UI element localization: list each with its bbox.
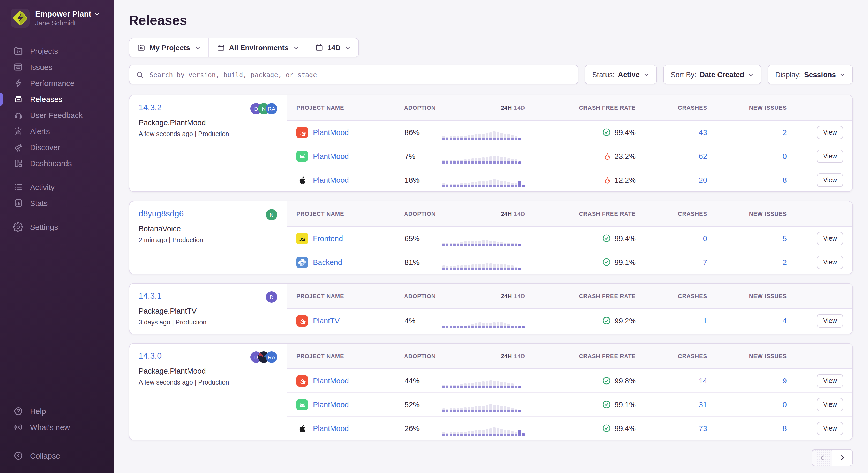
new-issues-link[interactable]: 8 (783, 176, 787, 184)
release-version-link[interactable]: 14.3.0 (138, 351, 162, 361)
check-circle-icon (602, 424, 611, 433)
column-new-issues: NEW ISSUES (707, 293, 787, 299)
broadcast-icon (13, 422, 23, 433)
crashes-link[interactable]: 73 (699, 424, 707, 433)
release-version-link[interactable]: d8yug8sdg6 (138, 209, 184, 218)
chevron-down-icon (840, 72, 845, 77)
new-issues-link[interactable]: 4 (783, 317, 787, 325)
siren-icon (13, 126, 23, 136)
view-button[interactable]: View (817, 421, 843, 435)
search-input[interactable] (149, 70, 571, 79)
sidebar-item-what-s-new[interactable]: What's new (0, 419, 114, 435)
sidebar-item-stats[interactable]: Stats (0, 195, 114, 211)
project-link[interactable]: Backend (313, 258, 342, 266)
project-link[interactable]: PlantMood (313, 424, 349, 433)
column-adoption: ADOPTION (404, 105, 442, 111)
project-filter[interactable]: My Projects (129, 38, 208, 57)
adoption-sparkline (442, 231, 525, 245)
sidebar-item-alerts[interactable]: Alerts (0, 123, 114, 139)
sidebar-item-projects[interactable]: Projects (0, 43, 114, 59)
flame-icon (602, 152, 611, 160)
sort-by-dropdown[interactable]: Sort By: Date Created (663, 65, 761, 84)
search-box[interactable] (129, 65, 578, 84)
project-filter-label: My Projects (150, 43, 190, 52)
sidebar-item-releases[interactable]: Releases (0, 91, 114, 107)
release-table: PROJECT NAMEADOPTION24H14DCRASH FREE RAT… (287, 344, 852, 440)
project-link[interactable]: PlantMood (313, 152, 349, 160)
status-dropdown[interactable]: Status: Active (585, 65, 657, 84)
releases-icon (13, 94, 23, 104)
avatar: N (266, 209, 277, 220)
column-24h-14d: 24H14D (442, 293, 525, 299)
sidebar-item-performance[interactable]: Performance (0, 75, 114, 91)
adoption-sparkline (442, 173, 525, 187)
search-row: Status: Active Sort By: Date Created Dis… (129, 65, 853, 84)
view-button[interactable]: View (817, 314, 843, 327)
release-info-panel: 14.3.0DRAPackage.PlantMoodA few seconds … (129, 344, 287, 440)
sidebar-item-user-feedback[interactable]: User Feedback (0, 107, 114, 123)
project-link[interactable]: PlantMood (313, 176, 349, 184)
sidebar-item-help[interactable]: Help (0, 403, 114, 419)
view-button[interactable]: View (817, 173, 843, 186)
sidebar-item-label: Performance (30, 79, 74, 87)
swift-icon (297, 375, 308, 386)
help-icon (13, 406, 23, 416)
environment-filter[interactable]: All Environments (208, 38, 307, 57)
column-project-name: PROJECT NAME (287, 211, 404, 217)
new-issues-link[interactable]: 2 (783, 258, 787, 266)
android-icon (297, 399, 308, 410)
view-button[interactable]: View (817, 374, 843, 387)
crashes-link[interactable]: 1 (703, 317, 707, 325)
display-dropdown[interactable]: Display: Sessions (767, 65, 853, 84)
view-button[interactable]: View (817, 232, 843, 245)
next-page-button[interactable] (832, 449, 853, 466)
sidebar-item-label: Alerts (30, 127, 50, 136)
new-issues-link[interactable]: 2 (783, 128, 787, 136)
crashes-link[interactable]: 31 (699, 400, 707, 409)
release-version-link[interactable]: 14.3.1 (138, 291, 162, 301)
release-package-name: Package.PlantMood (138, 367, 277, 375)
new-issues-link[interactable]: 9 (783, 377, 787, 385)
release-version-link[interactable]: 14.3.2 (138, 103, 162, 112)
crashes-link[interactable]: 14 (699, 377, 707, 385)
org-logo-icon (10, 8, 30, 28)
python-icon (297, 257, 308, 268)
view-button[interactable]: View (817, 125, 843, 139)
project-link[interactable]: PlantTV (313, 317, 340, 325)
view-button[interactable]: View (817, 256, 843, 269)
crashes-link[interactable]: 0 (703, 234, 707, 242)
display-dropdown-value: Sessions (804, 70, 836, 79)
page-title: Releases (129, 12, 853, 28)
crashes-link[interactable]: 43 (699, 128, 707, 136)
new-issues-link[interactable]: 8 (783, 424, 787, 433)
new-issues-link[interactable]: 0 (783, 152, 787, 160)
new-issues-link[interactable]: 5 (783, 234, 787, 242)
crashes-link[interactable]: 20 (699, 176, 707, 184)
org-switcher[interactable]: Empower Plant Jane Schmidt (0, 6, 114, 35)
sidebar-item-issues[interactable]: Issues (0, 59, 114, 75)
adoption-value: 52% (404, 400, 442, 409)
release-package-name: Package.PlantMood (138, 119, 277, 127)
sidebar-item-settings[interactable]: Settings (0, 219, 114, 235)
sidebar-item-activity[interactable]: Activity (0, 179, 114, 195)
crashes-link[interactable]: 62 (699, 152, 707, 160)
sidebar-item-collapse[interactable]: Collapse (0, 448, 114, 464)
project-link[interactable]: Frontend (313, 234, 343, 242)
sidebar-item-dashboards[interactable]: Dashboards (0, 155, 114, 171)
adoption-sparkline (442, 149, 525, 163)
sidebar-item-discover[interactable]: Discover (0, 139, 114, 155)
adoption-sparkline (442, 374, 525, 388)
view-button[interactable]: View (817, 398, 843, 411)
project-link[interactable]: PlantMood (313, 128, 349, 136)
adoption-value: 65% (404, 234, 442, 242)
view-button[interactable]: View (817, 149, 843, 163)
release-avatars: D (266, 291, 277, 303)
projects-folder-icon (137, 43, 145, 52)
chevron-down-icon (293, 45, 299, 51)
project-link[interactable]: PlantMood (313, 400, 349, 409)
crashes-link[interactable]: 7 (703, 258, 707, 266)
date-range-filter[interactable]: 14D (307, 38, 359, 57)
new-issues-link[interactable]: 0 (783, 400, 787, 409)
project-link[interactable]: PlantMood (313, 377, 349, 385)
previous-page-button[interactable] (812, 449, 832, 466)
